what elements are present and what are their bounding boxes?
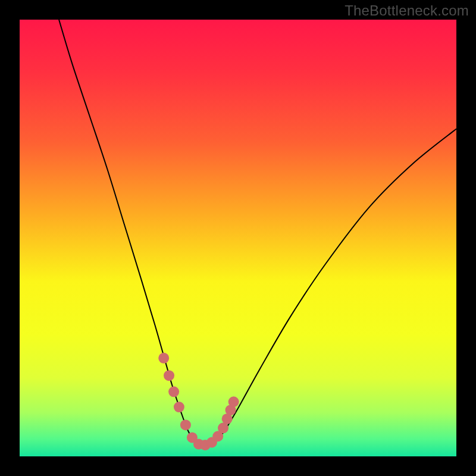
gradient-background <box>20 20 456 456</box>
highlight-dot <box>228 396 239 407</box>
highlight-dot <box>168 386 179 397</box>
highlight-dot <box>158 353 169 364</box>
chart-svg <box>20 20 456 456</box>
highlight-dot <box>180 419 191 430</box>
highlight-dot <box>174 402 184 412</box>
highlight-dot <box>164 370 174 381</box>
chart-plot-area <box>20 20 456 456</box>
outer-frame: TheBottleneck.com <box>0 0 476 476</box>
watermark-text: TheBottleneck.com <box>345 2 469 19</box>
highlight-dot <box>218 422 228 433</box>
